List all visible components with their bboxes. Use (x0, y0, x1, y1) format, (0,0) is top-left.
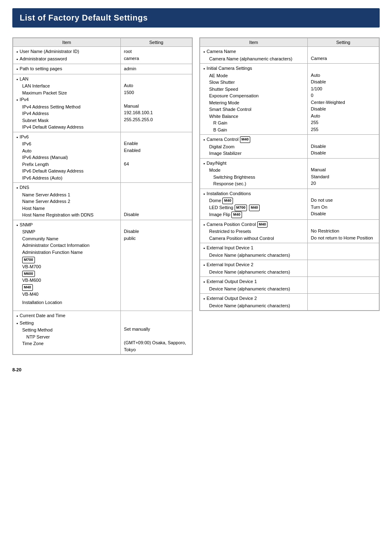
table-row: •Camera Control M40 Digital Zoom Image S… (200, 135, 379, 159)
left-cell-setting: rootcamera (120, 47, 192, 64)
badge-m40-dome: M40 (222, 198, 233, 204)
left-cell-setting: Set manually(GMT+09:00) Osaka, Sapporo, … (120, 311, 192, 355)
right-cell-setting: DisableDisable (307, 135, 379, 159)
right-cell-setting: Camera (307, 47, 379, 64)
table-row: •External Input Device 2 Device Name (al… (200, 260, 379, 277)
right-cell-setting: AutoDisable1/1000Center-WeightedDisableA… (307, 64, 379, 135)
right-cell-item: •Camera Name Camera Name (alphanumeric c… (200, 47, 308, 64)
left-col-setting: Setting (120, 38, 192, 47)
table-row: •IPv6 IPv6 Auto IPv6 Address (Manual) Pr… (13, 132, 192, 183)
table-row: •Camera Name Camera Name (alphanumeric c… (200, 47, 379, 64)
table-row: •Installation Conditions Dome M40 LED Se… (200, 189, 379, 219)
table-row: •Initial Camera Settings AE Mode Slow Sh… (200, 64, 379, 135)
left-cell-setting: admin (120, 64, 192, 74)
badge-m600: M600 (22, 271, 35, 277)
table-row: •User Name (Administrator ID) •Administr… (13, 47, 192, 64)
badge-m40-led: M40 (249, 205, 260, 211)
right-cell-setting: No RestrictionDo not return to Home Posi… (307, 219, 379, 243)
table-row: •Day/Night Mode Switching Brightness Res… (200, 158, 379, 189)
badge-m700: M700 (22, 257, 35, 263)
right-cell-item: •Initial Camera Settings AE Mode Slow Sh… (200, 64, 308, 135)
left-cell-item: •User Name (Administrator ID) •Administr… (13, 47, 121, 64)
right-col-item: Item (200, 38, 308, 47)
table-row: •External Output Device 1 Device Name (a… (200, 277, 379, 294)
left-cell-setting: Disable (120, 183, 192, 220)
right-cell-item: •External Input Device 2 Device Name (al… (200, 260, 308, 277)
right-cell-setting: ManualStandard20 (307, 158, 379, 189)
tables-wrapper: Item Setting •User Name (Administrator I… (12, 37, 380, 355)
table-row: •External Output Device 2 Device Name (a… (200, 294, 379, 311)
right-cell-item: •Day/Night Mode Switching Brightness Res… (200, 158, 308, 189)
right-cell-setting: Do not useTurn OnDisable (307, 189, 379, 219)
left-table: Item Setting •User Name (Administrator I… (12, 37, 193, 355)
badge-m40-cam: M40 (240, 136, 251, 143)
right-cell-setting (307, 260, 379, 277)
right-cell-item: •External Input Device 1 Device Name (al… (200, 243, 308, 260)
left-cell-setting: EnableEnabled64 (120, 132, 192, 183)
left-cell-item: •Current Date and Time •Setting Setting … (13, 311, 121, 355)
table-row: •DNS Name Server Address 1 Name Server A… (13, 183, 192, 220)
table-row: •Camera Position Control M40 Restricted … (200, 219, 379, 243)
page-number: 8-20 (12, 367, 21, 372)
right-cell-setting (307, 294, 379, 311)
right-cell-item: •External Output Device 1 Device Name (a… (200, 277, 308, 294)
table-row: •Current Date and Time •Setting Setting … (13, 311, 192, 355)
page-footer: 8-20 (12, 367, 380, 372)
badge-m40-pos: M40 (257, 221, 268, 228)
left-cell-item: •LAN LAN Interface Maximum Packet Size •… (13, 74, 121, 132)
left-cell-setting: Disablepublic (120, 220, 192, 311)
right-cell-setting (307, 243, 379, 260)
badge-m700-led: M700 (235, 205, 247, 211)
page-title: List of Factory Default Settings (20, 13, 372, 23)
left-cell-item: •SNMP SNMP Community Name Administrator … (13, 220, 121, 311)
right-col-setting: Setting (307, 38, 379, 47)
table-row: •LAN LAN Interface Maximum Packet Size •… (13, 74, 192, 132)
badge-m40-flip: M40 (231, 212, 242, 218)
left-cell-setting: Auto1500Manual192.168.100.1255.255.255.0 (120, 74, 192, 132)
left-cell-item: •Path to setting pages (13, 64, 121, 74)
page-header: List of Factory Default Settings (12, 8, 380, 28)
right-cell-item: •Camera Control M40 Digital Zoom Image S… (200, 135, 308, 159)
left-cell-item: •DNS Name Server Address 1 Name Server A… (13, 183, 121, 220)
right-cell-item: •Installation Conditions Dome M40 LED Se… (200, 189, 308, 219)
table-row: •External Input Device 1 Device Name (al… (200, 243, 379, 260)
table-row: •Path to setting pages admin (13, 64, 192, 74)
left-col-item: Item (13, 38, 121, 47)
right-table: Item Setting •Camera Name Camera Name (a… (199, 37, 380, 311)
right-cell-item: •Camera Position Control M40 Restricted … (200, 219, 308, 243)
right-cell-item: •External Output Device 2 Device Name (a… (200, 294, 308, 311)
badge-m40: M40 (22, 284, 33, 291)
table-row: •SNMP SNMP Community Name Administrator … (13, 220, 192, 311)
right-cell-setting (307, 277, 379, 294)
left-cell-item: •IPv6 IPv6 Auto IPv6 Address (Manual) Pr… (13, 132, 121, 183)
